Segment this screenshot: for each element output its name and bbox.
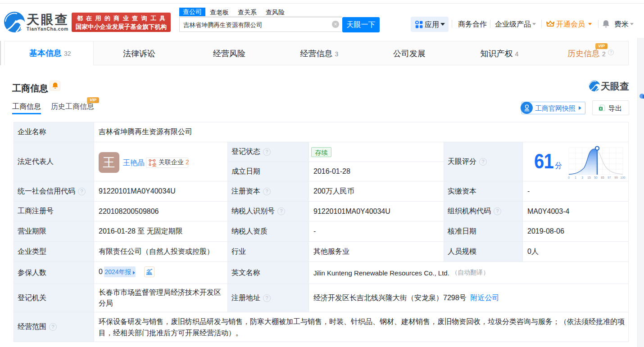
svg-text:1: 1 [575,176,576,179]
svg-text:97: 97 [608,176,611,179]
svg-text:85: 85 [601,176,604,179]
svg-text:50: 50 [594,176,598,179]
svg-text:0: 0 [568,176,570,179]
svg-text:企: 企 [152,162,156,167]
svg-text:99: 99 [614,176,618,179]
svg-text:100: 100 [620,176,625,179]
svg-text:15: 15 [587,176,591,179]
svg-text:3: 3 [581,176,583,179]
